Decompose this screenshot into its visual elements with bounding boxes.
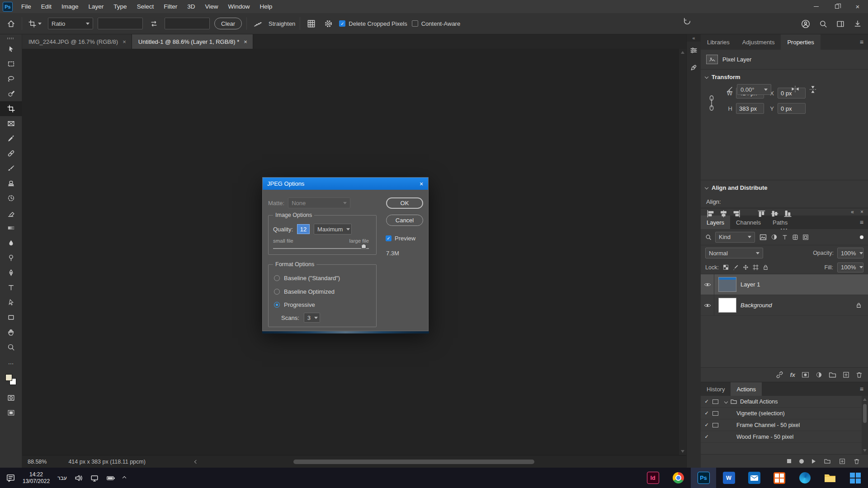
ok-button[interactable]: OK: [386, 197, 423, 209]
ratio-dropdown[interactable]: Ratio: [48, 18, 93, 29]
menu-view[interactable]: View: [200, 0, 223, 13]
expand-dock-button[interactable]: «: [687, 34, 701, 42]
action-set-default-actions[interactable]: ✓ Default Actions: [701, 396, 868, 408]
y-field[interactable]: 0 px: [778, 103, 806, 114]
menu-filter[interactable]: Filter: [159, 0, 182, 13]
align-center-horizontal-icon[interactable]: [719, 210, 728, 218]
blend-mode-dropdown[interactable]: Normal: [705, 248, 763, 258]
vertical-scrollbar[interactable]: [679, 49, 686, 455]
new-layer-icon[interactable]: [843, 371, 849, 378]
home-icon[interactable]: [5, 17, 17, 30]
menu-select[interactable]: Select: [132, 0, 159, 13]
taskbar-app-photoshop[interactable]: Ps: [691, 468, 716, 488]
crop-settings-gear-icon[interactable]: [322, 17, 335, 30]
quality-slider-thumb[interactable]: [361, 244, 366, 249]
crop-height-input[interactable]: [165, 18, 210, 29]
align-section-header[interactable]: Align and Distribute: [701, 180, 868, 195]
menu-file[interactable]: File: [16, 0, 36, 13]
sliders-panel-icon[interactable]: [687, 42, 701, 59]
taskbar-clock[interactable]: 14:22 13/07/2022: [23, 471, 50, 485]
begin-recording-icon[interactable]: [799, 459, 804, 464]
transform-section-header[interactable]: Transform: [701, 70, 868, 84]
flip-vertical-icon[interactable]: [809, 85, 816, 94]
dodge-tool[interactable]: [0, 250, 22, 265]
account-avatar-icon[interactable]: [801, 19, 810, 28]
edit-toolbar-ellipsis-icon[interactable]: …: [0, 355, 22, 370]
align-left-icon[interactable]: [706, 210, 715, 218]
scroll-down-icon[interactable]: [681, 450, 684, 453]
quick-mask-mode-button[interactable]: [0, 390, 22, 405]
brush-tool[interactable]: [0, 161, 22, 176]
lock-image-icon[interactable]: [733, 264, 739, 270]
delete-layer-trash-icon[interactable]: [856, 371, 863, 378]
scroll-down-icon[interactable]: [863, 449, 867, 452]
scroll-left-icon[interactable]: [194, 460, 198, 463]
taskbar-app-file-explorer[interactable]: [817, 468, 843, 488]
modal-control-toggle-icon[interactable]: [712, 435, 718, 439]
filter-pixel-layers-icon[interactable]: [760, 234, 767, 240]
horizontal-scrollbar[interactable]: [293, 460, 534, 464]
taskbar-start-button[interactable]: [843, 468, 868, 488]
layer-visibility-toggle[interactable]: [701, 295, 714, 315]
foreground-color-swatch[interactable]: [5, 374, 12, 381]
zoom-tool[interactable]: [0, 340, 22, 355]
scroll-up-icon[interactable]: [863, 398, 867, 401]
layer-row-layer1[interactable]: Layer 1: [701, 274, 868, 295]
panel-menu-icon[interactable]: ≡: [855, 382, 868, 396]
play-action-icon[interactable]: [812, 459, 816, 464]
pen-tool[interactable]: [0, 265, 22, 280]
new-group-folder-icon[interactable]: [829, 371, 836, 378]
clone-stamp-tool[interactable]: [0, 176, 22, 191]
new-action-icon[interactable]: [839, 458, 845, 465]
more-options-dots[interactable]: ...: [701, 218, 868, 231]
layer-style-fx-icon[interactable]: fx: [790, 371, 795, 378]
filter-toggle-icon[interactable]: [860, 235, 863, 239]
layer-row-background[interactable]: Background: [701, 295, 868, 316]
action-enabled-check-icon[interactable]: ✓: [701, 434, 712, 440]
tab-libraries[interactable]: Libraries: [701, 34, 736, 50]
hand-tool[interactable]: [0, 325, 22, 340]
lock-position-icon[interactable]: [743, 264, 749, 270]
show-hidden-icons-chevron[interactable]: [122, 476, 126, 479]
menu-window[interactable]: Window: [223, 0, 255, 13]
cancel-button[interactable]: Cancel: [386, 215, 423, 226]
action-enabled-check-icon[interactable]: ✓: [701, 410, 712, 416]
tab-properties[interactable]: Properties: [781, 34, 820, 50]
straighten-icon[interactable]: [251, 17, 264, 30]
export-tray-icon[interactable]: [854, 20, 862, 28]
language-indicator[interactable]: עבר: [57, 475, 67, 481]
menu-type[interactable]: Type: [108, 0, 132, 13]
move-tool[interactable]: [0, 42, 22, 56]
menu-layer[interactable]: Layer: [84, 0, 109, 13]
taskbar-app-outlook[interactable]: [741, 468, 767, 488]
action-wood-frame[interactable]: ✓ Wood Frame - 50 pixel: [701, 431, 868, 443]
rectangle-tool[interactable]: [0, 310, 22, 325]
delete-action-trash-icon[interactable]: [854, 458, 860, 465]
taskbar-app-indesign[interactable]: Id: [640, 468, 665, 488]
history-brush-tool[interactable]: [0, 191, 22, 206]
modal-control-toggle-icon[interactable]: [712, 399, 718, 404]
document-tab-untitled1[interactable]: Untitled-1 @ 88.6% (Layer 1, RGB/8) * ×: [132, 34, 253, 49]
gradient-tool[interactable]: [0, 221, 22, 235]
filter-smart-objects-icon[interactable]: [802, 234, 809, 240]
color-swatches[interactable]: [5, 374, 16, 385]
swap-dimensions-icon[interactable]: [147, 17, 160, 30]
expand-chevron-icon[interactable]: [722, 400, 730, 403]
notification-chat-icon[interactable]: [6, 474, 15, 482]
panel-menu-icon[interactable]: ≡: [855, 34, 868, 50]
fill-dropdown[interactable]: 100%: [837, 263, 863, 272]
rectangular-marquee-tool[interactable]: [0, 56, 22, 71]
menu-3d[interactable]: 3D: [182, 0, 200, 13]
close-tab-icon[interactable]: ×: [123, 38, 126, 45]
blur-tool[interactable]: [0, 235, 22, 250]
network-icon[interactable]: [90, 474, 99, 482]
clear-button[interactable]: Clear: [214, 18, 242, 29]
straighten-label[interactable]: Straighten: [269, 20, 295, 27]
menu-help[interactable]: Help: [255, 0, 277, 13]
tab-history[interactable]: History: [701, 382, 731, 396]
eyedropper-tool[interactable]: [0, 131, 22, 146]
delete-cropped-pixels-checkbox[interactable]: ✓ Delete Cropped Pixels: [339, 20, 407, 27]
eraser-tool[interactable]: [0, 206, 22, 221]
tab-adjustments[interactable]: Adjustments: [736, 34, 781, 50]
add-layer-mask-icon[interactable]: [802, 371, 809, 378]
